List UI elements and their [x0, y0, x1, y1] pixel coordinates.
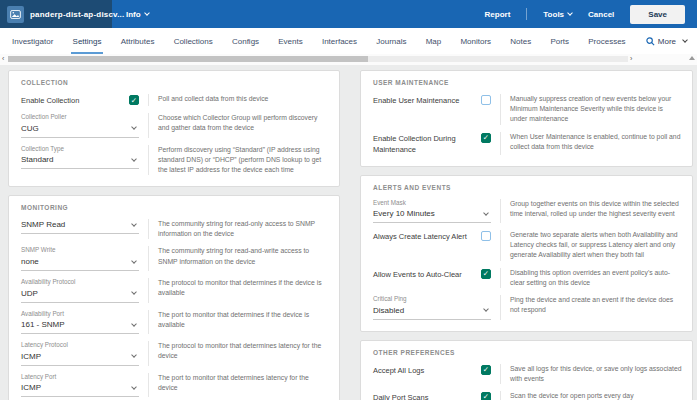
allow-events-to-auto-clear-label: Allow Events to Auto-Clear — [373, 269, 466, 280]
enable-collection-description: Poll and collect data from this device — [148, 94, 329, 106]
card-collection: COLLECTIONEnable CollectionPoll and coll… — [8, 70, 340, 187]
field-row-snmp-read: SNMP ReadThe community string for read-o… — [21, 219, 329, 239]
field-row-critical-ping: Critical PingDisabledPing the device and… — [373, 295, 682, 320]
tab-bar: InvestigatorSettingsAttributesCollection… — [0, 28, 697, 54]
tab-ports[interactable]: Ports — [548, 28, 571, 54]
enable-collection-during-maintenance-checkbox[interactable] — [481, 133, 491, 143]
save-button[interactable]: Save — [630, 5, 685, 24]
chevron-down-icon — [682, 37, 688, 43]
checkbox-line: Daily Port Scans — [373, 391, 491, 400]
tab-investigator[interactable]: Investigator — [10, 28, 55, 54]
section-title: MONITORING — [21, 204, 329, 211]
tab-settings[interactable]: Settings — [71, 28, 104, 54]
tab-notes[interactable]: Notes — [508, 28, 533, 54]
checkbox-line: Enable Collection During Maintenance — [373, 132, 491, 155]
latency-protocol-field-label: Latency Protocol — [21, 341, 139, 349]
scroll-up-arrow-icon[interactable] — [689, 56, 695, 60]
snmp-read-description: The community string for read-only acces… — [148, 219, 329, 239]
horizontal-scrollbar-track[interactable] — [8, 56, 628, 62]
snmp-read-select[interactable]: SNMP Read — [21, 219, 139, 234]
chevron-down-icon — [483, 306, 489, 312]
section-title: ALERTS AND EVENTS — [373, 184, 682, 191]
availability-port-select[interactable]: 161 - SNMP — [21, 319, 139, 334]
enable-user-maintenance-description: Manually suppress creation of new events… — [500, 94, 682, 125]
event-mask-select[interactable]: Every 10 Minutes — [373, 208, 491, 223]
enable-user-maintenance-checkbox[interactable] — [481, 95, 491, 105]
settings-content: COLLECTIONEnable CollectionPoll and coll… — [0, 65, 697, 400]
latency-port-select[interactable]: ICMP — [21, 382, 139, 397]
event-mask-description: Group together events on this device wit… — [500, 199, 682, 224]
cancel-button[interactable]: Cancel — [588, 10, 614, 19]
scroll-right-arrow-icon[interactable]: › — [630, 54, 632, 64]
enable-collection-during-maintenance-description: When User Maintenance is enabled, contin… — [500, 132, 682, 155]
chevron-down-icon — [567, 10, 573, 16]
field-availability-protocol: Availability ProtocolUDP — [21, 278, 139, 303]
critical-ping-select[interactable]: Disabled — [373, 305, 491, 320]
latency-protocol-select[interactable]: ICMP — [21, 351, 139, 366]
more-dropdown[interactable]: More — [646, 28, 687, 54]
horizontal-scrollbar-thumb[interactable] — [8, 56, 368, 62]
field-enable-collection: Enable Collection — [21, 94, 139, 106]
enable-collection-checkbox[interactable] — [129, 95, 139, 105]
latency-protocol-select-value: ICMP — [21, 352, 41, 361]
tools-label: Tools — [543, 10, 564, 19]
collection-poller-select[interactable]: CUG — [21, 123, 139, 138]
availability-port-field-label: Availability Port — [21, 310, 139, 318]
snmp-read-select-value: SNMP Read — [21, 220, 65, 229]
always-create-latency-alert-checkbox[interactable] — [481, 231, 491, 241]
enable-collection-label: Enable Collection — [21, 95, 83, 106]
daily-port-scans-checkbox[interactable] — [481, 392, 491, 400]
daily-port-scans-description: Scan the device for open ports every day — [500, 391, 682, 400]
section-title: OTHER PREFERENCES — [373, 349, 682, 356]
report-button[interactable]: Report — [485, 10, 511, 19]
field-daily-port-scans: Daily Port Scans — [373, 391, 491, 400]
field-critical-ping: Critical PingDisabled — [373, 295, 491, 320]
allow-events-to-auto-clear-checkbox[interactable] — [481, 269, 491, 279]
checkbox-line: Enable User Maintenance — [373, 94, 491, 106]
chevron-down-icon — [131, 124, 137, 130]
field-event-mask: Event MaskEvery 10 Minutes — [373, 199, 491, 224]
accept-all-logs-checkbox[interactable] — [481, 365, 491, 375]
tab-interfaces[interactable]: Interfaces — [320, 28, 359, 54]
tab-attributes[interactable]: Attributes — [119, 28, 157, 54]
tools-dropdown[interactable]: Tools — [543, 10, 572, 19]
availability-protocol-select-value: UDP — [21, 289, 38, 298]
tab-journals[interactable]: Journals — [374, 28, 408, 54]
field-row-availability-protocol: Availability ProtocolUDPThe protocol to … — [21, 278, 329, 303]
field-availability-port: Availability Port161 - SNMP — [21, 310, 139, 335]
snmp-write-select[interactable]: none — [21, 256, 139, 271]
settings-column-left: COLLECTIONEnable CollectionPoll and coll… — [8, 70, 340, 400]
scroll-left-arrow-icon[interactable]: ‹ — [2, 54, 4, 64]
more-label: More — [658, 37, 676, 46]
tab-monitors[interactable]: Monitors — [458, 28, 493, 54]
field-row-daily-port-scans: Daily Port ScansScan the device for open… — [373, 391, 682, 400]
search-icon[interactable] — [646, 37, 655, 46]
tab-events[interactable]: Events — [276, 28, 304, 54]
collection-type-select[interactable]: Standard — [21, 154, 139, 169]
chevron-down-icon — [131, 258, 137, 264]
card-user-maintenance: USER MAINTENANCEEnable User MaintenanceM… — [360, 70, 693, 167]
info-dropdown[interactable]: Info — [126, 10, 149, 19]
tab-collections[interactable]: Collections — [172, 28, 215, 54]
field-row-collection-type: Collection TypeStandardPerform discovery… — [21, 145, 329, 176]
tab-processes[interactable]: Processes — [586, 28, 627, 54]
field-collection-poller: Collection PollerCUG — [21, 113, 139, 138]
chevron-down-icon — [131, 221, 137, 227]
field-row-always-create-latency-alert: Always Create Latency AlertGenerate two … — [373, 230, 682, 261]
field-row-enable-user-maintenance: Enable User MaintenanceManually suppress… — [373, 94, 682, 125]
tab-configs[interactable]: Configs — [230, 28, 261, 54]
field-enable-collection-during-maintenance: Enable Collection During Maintenance — [373, 132, 491, 155]
card-alerts-and-events: ALERTS AND EVENTSEvent MaskEvery 10 Minu… — [360, 175, 693, 332]
tab-list: InvestigatorSettingsAttributesCollection… — [10, 28, 628, 54]
field-row-allow-events-to-auto-clear: Allow Events to Auto-ClearDisabling this… — [373, 268, 682, 288]
section-title: COLLECTION — [21, 79, 329, 86]
field-enable-user-maintenance: Enable User Maintenance — [373, 94, 491, 125]
collection-type-field-label: Collection Type — [21, 145, 139, 153]
chevron-down-icon — [131, 289, 137, 295]
availability-protocol-select[interactable]: UDP — [21, 288, 139, 303]
latency-port-field-label: Latency Port — [21, 373, 139, 381]
field-row-accept-all-logs: Accept All LogsSave all logs for this de… — [373, 364, 682, 384]
tab-map[interactable]: Map — [424, 28, 444, 54]
availability-port-description: The port to monitor that determines if t… — [148, 310, 329, 335]
chevron-down-icon — [131, 321, 137, 327]
